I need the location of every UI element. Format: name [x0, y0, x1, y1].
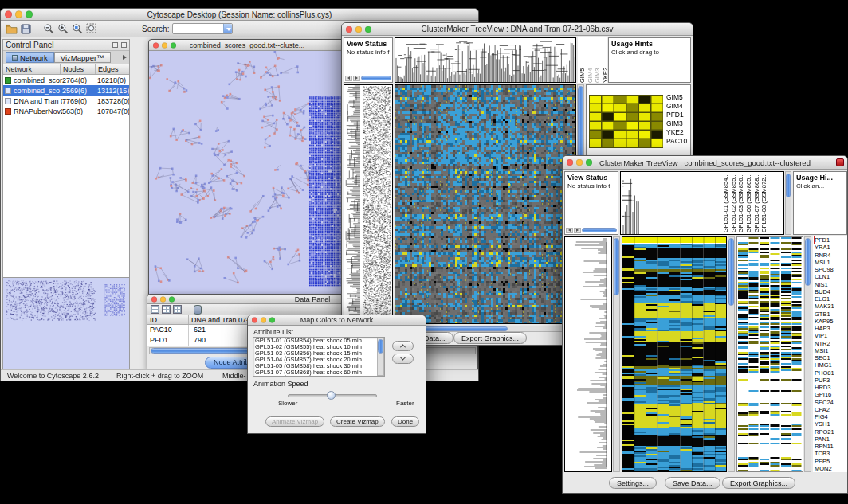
gene-label[interactable]: NIS1	[813, 281, 847, 288]
gene-label[interactable]: SEC24	[813, 399, 847, 406]
gene-label[interactable]: RPO21	[813, 428, 847, 436]
tab-overflow-arrow-icon[interactable]	[123, 55, 127, 60]
gene-label[interactable]: FIG4	[813, 413, 847, 420]
float-panel-icon[interactable]	[112, 42, 118, 48]
gene-label[interactable]: MAK31	[813, 303, 847, 310]
network-table-row[interactable]: DNA and Tran 077769(0)183728(0)	[3, 96, 129, 106]
attribute-batch-icon[interactable]	[194, 305, 202, 315]
close-button[interactable]	[252, 318, 257, 323]
zoom-window-button[interactable]	[586, 159, 592, 166]
array-label[interactable]: GPL51-03 (GSM856...	[738, 174, 745, 232]
zoom-window-button[interactable]	[26, 11, 33, 18]
minimize-button[interactable]	[162, 42, 167, 48]
combined-secondary-heatmap[interactable]	[736, 236, 803, 472]
minimize-button[interactable]	[576, 159, 583, 166]
gene-label[interactable]: RPN11	[813, 443, 847, 450]
heatmap-vscrollbar[interactable]	[728, 236, 735, 472]
dna-column-dendrogram[interactable]	[395, 37, 576, 83]
treeview-button[interactable]: Save Data...	[665, 477, 720, 489]
zoom-selected-icon[interactable]	[72, 23, 83, 34]
gene-label[interactable]: RNR4	[813, 252, 847, 259]
gene-label[interactable]: NTR2	[813, 340, 847, 347]
done-button[interactable]: Done	[391, 416, 419, 427]
column-header-id[interactable]: ID	[147, 315, 189, 324]
column-label[interactable]: GIM3	[595, 38, 602, 83]
array-label[interactable]: GPL51-01 (GSM854...	[723, 174, 730, 232]
close-panel-icon[interactable]	[121, 42, 127, 48]
header-vscrollbar[interactable]	[785, 171, 791, 235]
network-table-row[interactable]: combined_sco2569(6)13112(15)	[3, 85, 129, 96]
gene-label[interactable]: PUF3	[813, 377, 847, 384]
gene-label[interactable]: YRA1	[813, 244, 847, 251]
gene-label[interactable]: BUD4	[813, 288, 847, 295]
minimize-button[interactable]	[261, 318, 266, 323]
scroll-right-icon[interactable]	[353, 76, 360, 81]
gene-label[interactable]: HMG1	[813, 361, 847, 369]
column-header-edges[interactable]: Edges	[96, 64, 129, 74]
gene-label[interactable]: HAP3	[813, 325, 847, 332]
network-table-row[interactable]: RNAPuberNov2563(0)107847(0)	[3, 106, 129, 116]
search-dropdown-icon[interactable]	[223, 24, 232, 33]
network-table-row[interactable]: combined_scores2764(0)16218(0)	[3, 75, 129, 85]
scrollbar-thumb[interactable]	[786, 174, 791, 197]
gene-label[interactable]: PFD1	[813, 236, 847, 244]
delete-attribute-icon[interactable]	[173, 305, 182, 314]
zoom-window-button[interactable]	[365, 26, 371, 33]
cytoscape-titlebar[interactable]: Cytoscape Desktop (Session Name: collins…	[1, 9, 478, 21]
dendrogram-vscrollbar[interactable]	[613, 236, 620, 472]
gene-label[interactable]: GIM5	[666, 93, 687, 102]
gene-label[interactable]: VIP1	[813, 332, 847, 339]
gene-label[interactable]: SEC1	[813, 354, 847, 361]
gene-label[interactable]: GIM3	[666, 119, 687, 128]
minimize-button[interactable]	[160, 296, 166, 302]
scroll-left-icon[interactable]	[345, 76, 352, 81]
search-input[interactable]	[172, 23, 233, 34]
minimize-button[interactable]	[355, 26, 362, 33]
select-attributes-icon[interactable]	[151, 305, 159, 314]
gene-label[interactable]: TCB3	[813, 450, 847, 457]
save-icon[interactable]	[21, 24, 31, 34]
close-button[interactable]	[346, 26, 352, 33]
birdseye-view[interactable]	[3, 277, 129, 371]
zoom-in-icon[interactable]	[57, 23, 69, 34]
zoom-window-button[interactable]	[171, 42, 176, 48]
treeview-button[interactable]: Export Graphics...	[453, 332, 527, 344]
tab-network[interactable]: Network	[6, 52, 54, 63]
column-header-network[interactable]: Network	[3, 64, 61, 74]
scrollbar-thumb[interactable]	[805, 238, 811, 286]
scrollbar-thumb[interactable]	[578, 86, 583, 162]
column-label[interactable]: GIM5	[579, 38, 587, 83]
dna-heatmap[interactable]	[395, 84, 576, 324]
combined-row-dendrogram[interactable]	[564, 236, 612, 472]
gene-label[interactable]: CPA2	[813, 406, 847, 413]
scroll-right-icon[interactable]	[574, 228, 581, 233]
close-button[interactable]	[5, 11, 12, 18]
scrollbar-thumb[interactable]	[728, 238, 734, 306]
network-view-canvas[interactable]	[149, 51, 345, 298]
gene-label[interactable]: ELG1	[813, 295, 847, 303]
gene-label[interactable]: MSI1	[813, 347, 847, 354]
speed-slider-thumb[interactable]	[327, 391, 336, 400]
network-view-titlebar[interactable]: combined_scores_good.txt--cluste...	[149, 40, 345, 51]
animate-vizmap-button[interactable]: Animate Vizmap	[265, 416, 324, 427]
gene-label[interactable]: YKE2	[666, 128, 687, 137]
gene-label[interactable]: MON2	[813, 465, 847, 472]
scrollbar-thumb[interactable]	[378, 339, 383, 354]
dna-row-dendrogram[interactable]	[344, 84, 393, 324]
treeview-button[interactable]: Export Graphics...	[722, 477, 795, 489]
gene-label[interactable]: YSH1	[813, 420, 847, 428]
gene-label[interactable]: CLN1	[813, 273, 847, 280]
move-up-button[interactable]	[392, 341, 414, 351]
secondary-vscrollbar[interactable]	[804, 236, 811, 472]
array-label[interactable]: GPL51-06 (GSM865...	[746, 174, 753, 232]
scrollbar-thumb[interactable]	[614, 238, 619, 295]
close-button[interactable]	[153, 42, 159, 48]
gene-label[interactable]: GTB1	[813, 311, 847, 318]
array-label[interactable]: GPL51-08 (GSM872...	[761, 174, 768, 232]
create-vizmap-button[interactable]: Create Vizmap	[330, 416, 385, 427]
minimize-button[interactable]	[15, 11, 22, 18]
attribute-item[interactable]: GPL51-07 (GSM868) heat shock 60 min	[253, 369, 384, 376]
gene-label[interactable]: PAC10	[666, 137, 687, 146]
dna-correlation-matrix[interactable]	[589, 95, 663, 148]
treeview-button[interactable]: Settings...	[609, 477, 657, 489]
